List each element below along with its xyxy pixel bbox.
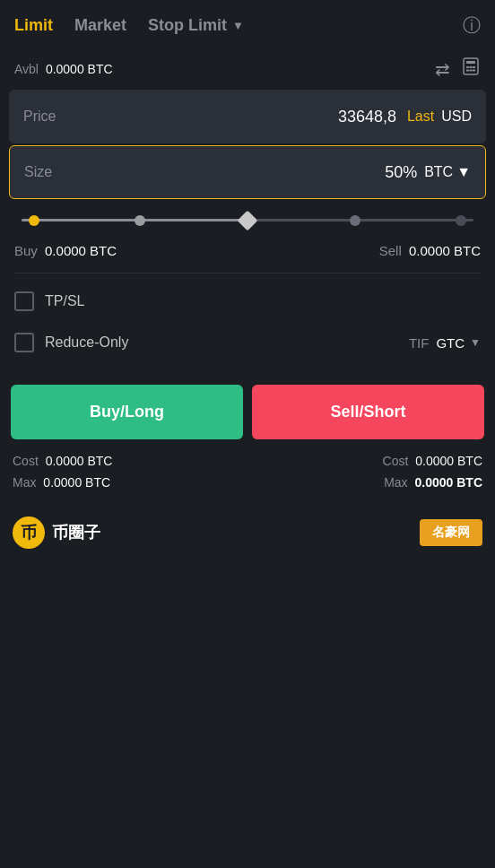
- buy-sell-row: Buy 0.0000 BTC Sell 0.0000 BTC: [0, 230, 495, 265]
- sell-info: Sell 0.0000 BTC: [379, 243, 481, 258]
- svg-rect-1: [466, 61, 475, 64]
- tab-market[interactable]: Market: [74, 13, 126, 39]
- transfer-icon[interactable]: ⇄: [435, 58, 450, 80]
- svg-rect-5: [466, 70, 469, 72]
- reduce-only-label: Reduce-Only: [45, 334, 398, 351]
- stop-limit-dropdown-arrow[interactable]: ▼: [232, 19, 244, 32]
- size-unit-dropdown[interactable]: BTC ▼: [424, 164, 471, 180]
- sell-label: Sell: [379, 243, 402, 258]
- buy-cost-value: 0.0000 BTC: [46, 454, 113, 468]
- logo-char: 币: [21, 522, 37, 543]
- buy-max-value: 0.0000 BTC: [43, 475, 110, 490]
- size-unit: BTC: [424, 164, 453, 180]
- reduce-only-checkbox[interactable]: [14, 333, 34, 352]
- sell-max-row: Max 0.0000 BTC: [383, 475, 482, 490]
- slider-dot-25[interactable]: [135, 215, 145, 226]
- info-icon[interactable]: ⓘ: [463, 13, 481, 38]
- avbl-text: Avbl: [14, 62, 39, 76]
- slider-container: [0, 201, 495, 230]
- tpsl-checkbox[interactable]: [14, 291, 34, 311]
- sell-cost-row: Cost 0.0000 BTC: [383, 454, 482, 468]
- sell-cost-label: Cost: [383, 454, 409, 468]
- cost-max-container: Cost 0.0000 BTC Max 0.0000 BTC Cost 0.00…: [0, 454, 495, 490]
- price-label: Price: [23, 108, 338, 125]
- tab-stop-limit[interactable]: Stop Limit: [148, 13, 227, 39]
- buy-value: 0.0000 BTC: [45, 243, 117, 258]
- slider-dot-75[interactable]: [350, 215, 360, 226]
- svg-rect-2: [466, 66, 469, 68]
- sell-max-label: Max: [384, 475, 407, 490]
- watermark-text: 币圈子: [52, 522, 100, 543]
- avbl-label: Avbl 0.0000 BTC: [14, 62, 113, 76]
- sell-short-button[interactable]: Sell/Short: [252, 385, 484, 439]
- avbl-value: 0.0000 BTC: [46, 62, 113, 76]
- avbl-row: Avbl 0.0000 BTC ⇄: [0, 48, 495, 90]
- tif-value: GTC: [436, 335, 465, 351]
- buy-cost-label: Cost: [13, 454, 39, 468]
- sell-cost-max-col: Cost 0.0000 BTC Max 0.0000 BTC: [383, 454, 482, 490]
- buy-max-row: Max 0.0000 BTC: [13, 475, 112, 490]
- size-field[interactable]: Size 50% BTC ▼: [9, 145, 486, 199]
- svg-rect-3: [470, 66, 473, 68]
- buy-long-button[interactable]: Buy/Long: [11, 385, 243, 439]
- tif-arrow: ▼: [470, 336, 481, 349]
- sell-cost-value: 0.0000 BTC: [415, 454, 482, 468]
- size-label: Size: [24, 164, 385, 180]
- watermark-left: 币 币圈子: [13, 516, 100, 549]
- footer-watermark: 币 币圈子 名豪网: [0, 499, 495, 558]
- svg-rect-6: [470, 70, 473, 72]
- watermark-badge: 名豪网: [420, 519, 482, 546]
- slider-dot-0[interactable]: [29, 215, 39, 226]
- sell-max-value: 0.0000 BTC: [415, 475, 482, 490]
- slider-dot-100[interactable]: [456, 215, 466, 226]
- action-buttons: Buy/Long Sell/Short: [0, 363, 495, 454]
- slider-dots: [22, 213, 473, 228]
- tif-dropdown[interactable]: GTC ▼: [436, 335, 481, 351]
- tpsl-label: TP/SL: [45, 293, 481, 309]
- tab-bar: Limit Market Stop Limit ▼ ⓘ: [0, 0, 495, 48]
- svg-rect-7: [473, 70, 475, 72]
- tab-limit[interactable]: Limit: [14, 13, 53, 39]
- reduce-only-checkbox-row: Reduce-Only TIF GTC ▼: [0, 322, 495, 363]
- buy-label: Buy: [14, 243, 38, 258]
- slider-track[interactable]: [22, 219, 473, 221]
- price-value: 33648,8: [338, 108, 396, 126]
- size-percent: 50%: [385, 163, 417, 182]
- tpsl-checkbox-row: TP/SL: [0, 281, 495, 322]
- svg-rect-4: [473, 66, 475, 68]
- calculator-icon[interactable]: [461, 56, 481, 81]
- watermark-logo: 币: [13, 516, 45, 549]
- buy-cost-row: Cost 0.0000 BTC: [13, 454, 112, 468]
- price-badge: Last: [407, 108, 434, 125]
- size-dropdown-arrow: ▼: [456, 164, 471, 180]
- price-field[interactable]: Price 33648,8 Last USD: [9, 90, 486, 143]
- avbl-icons: ⇄: [435, 56, 481, 81]
- sell-value: 0.0000 BTC: [409, 243, 481, 258]
- buy-cost-max-col: Cost 0.0000 BTC Max 0.0000 BTC: [13, 454, 112, 490]
- tif-group: TIF GTC ▼: [409, 335, 481, 351]
- divider-1: [14, 273, 481, 273]
- buy-max-label: Max: [13, 475, 36, 490]
- tif-label: TIF: [409, 335, 430, 351]
- price-unit: USD: [441, 108, 472, 125]
- slider-dot-50[interactable]: [238, 210, 258, 230]
- buy-info: Buy 0.0000 BTC: [14, 243, 117, 258]
- tab-stop-limit-container: Stop Limit ▼: [148, 13, 244, 39]
